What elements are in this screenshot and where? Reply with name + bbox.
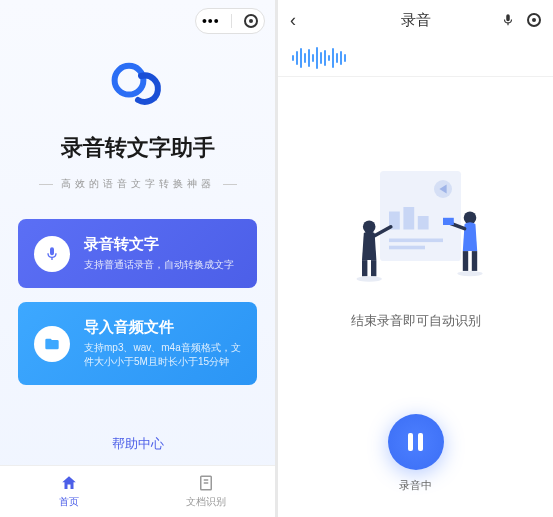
pause-recording-button[interactable] [388,414,444,470]
recording-status: 录音中 [399,478,432,493]
svg-point-19 [457,270,482,275]
svg-rect-7 [403,207,414,230]
svg-rect-8 [417,216,428,230]
close-target-icon[interactable] [527,13,541,27]
recording-footer: 录音中 [278,414,553,517]
wave-bars [292,46,539,70]
svg-point-14 [463,211,476,224]
app-subtitle: 高效的语音文字转换神器 [61,177,215,191]
svg-rect-9 [389,238,443,242]
card-title: 导入音频文件 [84,318,241,337]
waveform [278,40,553,77]
card-desc: 支持普通话录音，自动转换成文字 [84,258,234,272]
svg-rect-10 [389,245,425,249]
record-to-text-card[interactable]: 录音转文字 支持普通话录音，自动转换成文字 [18,219,257,288]
svg-point-18 [356,276,381,281]
recording-screen: ‹ 录音 结束录音即可自动识别 [278,0,553,517]
tab-label: 首页 [59,495,79,509]
page-title: 录音 [401,11,431,30]
document-icon [197,474,215,492]
feature-cards: 录音转文字 支持普通话录音，自动转换成文字 导入音频文件 支持mp3、wav、m… [0,191,275,399]
card-desc: 支持mp3、wav、m4a音频格式，文件大小小于5M且时长小于15分钟 [84,341,241,369]
app-title: 录音转文字助手 [0,133,275,163]
import-audio-card[interactable]: 导入音频文件 支持mp3、wav、m4a音频格式，文件大小小于5M且时长小于15… [18,302,257,385]
microphone-icon [34,236,70,272]
illustration [326,162,506,292]
tab-home[interactable]: 首页 [0,466,138,517]
mini-program-capsule[interactable]: ••• [195,8,265,34]
app-logo-icon [108,55,168,115]
recording-hint: 结束录音即可自动识别 [351,312,481,330]
home-icon [60,474,78,492]
tab-bar: 首页 文档识别 [0,465,275,517]
back-icon[interactable]: ‹ [290,10,296,31]
card-title: 录音转文字 [84,235,234,254]
svg-point-0 [114,66,143,95]
pause-icon [408,433,423,451]
svg-rect-12 [362,260,367,276]
svg-rect-16 [471,251,476,271]
home-screen: ••• 录音转文字助手 高效的语音文字转换神器 录音转文字 支持普通话录音，自动… [0,0,275,517]
svg-rect-15 [462,251,467,271]
tab-label: 文档识别 [186,495,226,509]
recording-header: ‹ 录音 [278,0,553,40]
recording-body: 结束录音即可自动识别 [278,77,553,414]
tab-document[interactable]: 文档识别 [138,466,276,517]
microphone-icon[interactable] [501,13,515,27]
more-icon[interactable]: ••• [202,13,220,29]
folder-icon [34,326,70,362]
help-link[interactable]: 帮助中心 [0,435,275,465]
svg-rect-17 [443,217,454,224]
close-target-icon[interactable] [244,14,258,28]
svg-point-11 [362,220,375,233]
svg-rect-13 [371,260,376,276]
